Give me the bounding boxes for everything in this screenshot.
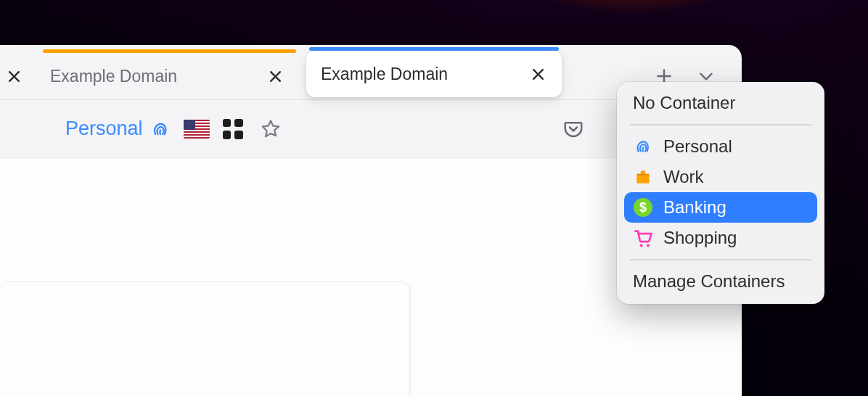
container-indicator <box>309 47 559 51</box>
menu-label: No Container <box>633 93 735 113</box>
menu-separator <box>630 259 811 260</box>
menu-separator <box>630 124 811 125</box>
svg-point-3 <box>640 244 643 247</box>
menu-item-personal[interactable]: Personal <box>617 131 824 162</box>
pocket-button[interactable] <box>559 107 588 151</box>
fingerprint-icon <box>633 136 653 157</box>
close-icon <box>532 68 544 81</box>
menu-label: Banking <box>663 197 726 218</box>
container-label: Personal <box>65 117 143 140</box>
close-icon <box>269 70 282 83</box>
svg-rect-2 <box>636 174 649 176</box>
tab-item[interactable] <box>0 53 40 99</box>
svg-point-4 <box>647 244 650 247</box>
close-tab-button[interactable] <box>264 65 286 87</box>
container-indicator <box>43 49 296 53</box>
menu-item-manage[interactable]: Manage Containers <box>617 266 824 297</box>
tab-item-active[interactable]: Example Domain <box>306 51 562 97</box>
close-icon <box>8 70 20 83</box>
menu-item-work[interactable]: Work <box>617 162 824 192</box>
menu-item-banking[interactable]: $ Banking <box>624 192 817 223</box>
menu-label: Shopping <box>663 228 737 248</box>
dollar-icon: $ <box>633 197 653 218</box>
locale-flag-icon[interactable] <box>184 120 210 139</box>
tab-item[interactable]: Example Domain <box>40 53 299 99</box>
tiles-icon[interactable] <box>223 119 243 139</box>
content-card <box>0 281 410 396</box>
menu-item-no-container[interactable]: No Container <box>617 88 824 118</box>
tab-title: Example Domain <box>316 65 515 84</box>
cart-icon <box>633 228 653 248</box>
menu-item-shopping[interactable]: Shopping <box>617 223 824 253</box>
menu-label: Manage Containers <box>633 271 785 292</box>
tab-title: Example Domain <box>50 67 253 86</box>
star-icon <box>260 118 282 140</box>
close-tab-button[interactable] <box>527 63 549 85</box>
fingerprint-icon <box>150 119 171 139</box>
briefcase-icon <box>633 167 653 187</box>
menu-label: Personal <box>663 136 732 157</box>
container-menu: No Container Personal Work $ Banking Sho… <box>617 82 824 304</box>
menu-label: Work <box>663 167 704 187</box>
container-indicator-pill[interactable]: Personal <box>65 117 171 140</box>
bookmark-star-button[interactable] <box>256 107 285 151</box>
close-tab-button[interactable] <box>3 65 25 87</box>
pocket-icon <box>562 118 584 140</box>
